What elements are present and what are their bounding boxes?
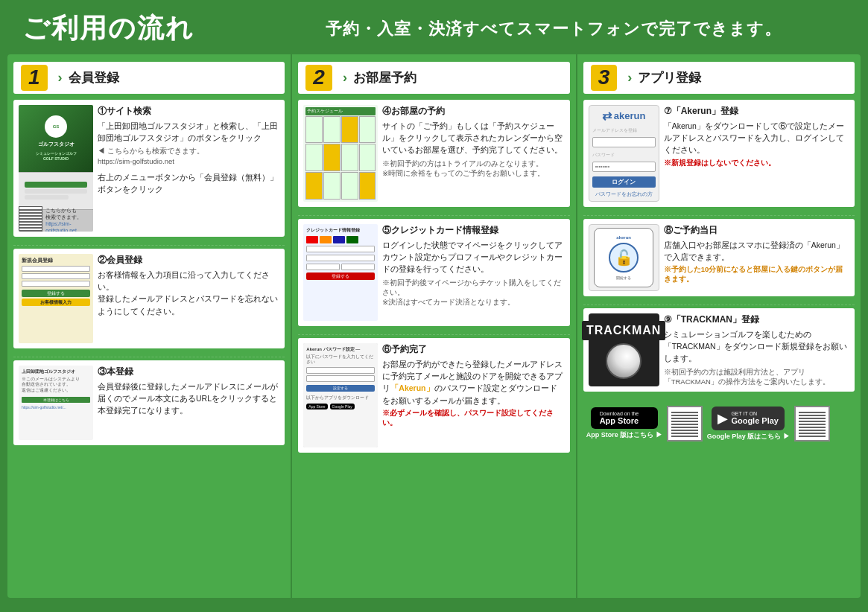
- golf-logo: GS: [45, 115, 67, 138]
- step-5-title: ⑤クレジットカード情報登録: [382, 224, 564, 237]
- step-1-body: 「上田卸団地ゴルフスタジオ」と検索し、「上田卸団地ゴルフスタジオ」のボタンをクリ…: [98, 120, 279, 144]
- playstore-btn[interactable]: ▶ GET IT ON Google Play: [712, 407, 785, 430]
- step-8-title: ⑧ご予約当日: [664, 224, 849, 237]
- col-1: 1 › 会員登録 GS ゴルフスタジオ シミュレーションゴルフGOLF STUD…: [7, 54, 292, 598]
- step-2-title: ②会員登録: [98, 254, 279, 267]
- appstore-top-text: Download on the: [600, 411, 639, 416]
- play-icon: ▶: [717, 410, 728, 427]
- appstore-btn[interactable]: Download on the App Store: [591, 407, 658, 429]
- step-4-title: ④お部屋の予約: [382, 105, 564, 118]
- section-3-header: 3 › アプリ登録: [583, 62, 855, 94]
- step-1-row: GS ゴルフスタジオ シミュレーションゴルフGOLF STUDIO こちらからも…: [13, 100, 285, 237]
- step-7-image: ⇄ akerun メールアドレスを登録 パスワード •••••••• ログイン …: [589, 105, 659, 202]
- step-1-image: GS ゴルフスタジオ シミュレーションゴルフGOLF STUDIO こちらからも…: [19, 105, 93, 232]
- trackman-logo: TRACKMAN: [582, 321, 665, 340]
- akerun-password-field[interactable]: ••••••••: [592, 162, 656, 172]
- step-8-body: 店舗入口やお部屋はスマホに登録済の「Akerun」で入店できます。: [664, 239, 849, 264]
- col-3: 3 › アプリ登録 ⇄ akerun メールアドレスを登録 パスワード ••••…: [577, 54, 861, 598]
- step-8-content: ⑧ご予約当日 店舗入口やお部屋はスマホに登録済の「Akerun」で入店できます。…: [664, 224, 849, 291]
- chevron-right-3: ›: [627, 70, 632, 86]
- appstore-badge-group: Download on the App Store App Store 版はこち…: [586, 407, 662, 440]
- step-2-row: 新規会員登録 登録する お客様情報入力 ②会員登録 お客様情報を入力項目に沿って…: [13, 249, 285, 348]
- step-4-image: 予約スケジュール: [303, 105, 378, 202]
- col-2: 2 › お部屋予約 予約スケジュール: [292, 54, 577, 598]
- step-1-content: ①サイト検索 「上田卸団地ゴルフスタジオ」と検索し、「上田卸団地ゴルフスタジオ」…: [98, 105, 279, 232]
- step-1-note: ◀ こちらからも検索できます。https://sim-golfstudio.ne…: [98, 146, 279, 166]
- step-5-image: クレジットカード情報登録 登録する: [303, 224, 378, 321]
- akerun-logo-row: ⇄ akerun: [602, 109, 646, 123]
- chevron-right-1: ›: [58, 70, 63, 86]
- step-7-content: ⑦「Akerun」登録 「Akerun」をダウンロードして⑥で設定したメールアド…: [664, 105, 849, 202]
- section-3-num: 3: [591, 65, 618, 91]
- step-6-title: ⑥予約完了: [382, 343, 564, 356]
- step-6-note-red: ※必ずメールを確認し、パスワード設定してください。: [382, 409, 564, 428]
- step-7-title: ⑦「Akerun」登録: [664, 105, 849, 118]
- step-8-image: akerun 🔓 開錠する: [589, 224, 659, 291]
- step-4-note: ※初回予約の方は1トライアルのみとなります。※時間に余裕をもってのご予約をお願い…: [382, 159, 564, 179]
- appstore-label: App Store 版はこちら ▶: [586, 430, 662, 440]
- step-3-title: ③本登録: [98, 366, 279, 378]
- step-6-image: Akerun パスワード設定 — 以下にパスワードを入力してください 設定する …: [303, 343, 378, 447]
- section-1-num: 1: [21, 65, 48, 91]
- divider-6: [583, 305, 855, 305]
- step-3-content: ③本登録 会員登録後に登録したメールアドレスにメールが届くのでメール本文にあるU…: [98, 366, 279, 440]
- header-subtitle: 予約・入室・決済すべてスマートフォンで完了できます。: [261, 18, 846, 40]
- main-area: 1 › 会員登録 GS ゴルフスタジオ シミュレーションゴルフGOLF STUD…: [7, 54, 861, 598]
- divider-2: [13, 357, 285, 357]
- divider-5: [583, 215, 855, 216]
- step-4-row: 予約スケジュール: [298, 100, 569, 207]
- section-1-label: 会員登録: [69, 69, 119, 86]
- step-3-row: 上田卸団地ゴルフスタジオ ※このメールはシステムより自動送信されています。返信は…: [13, 360, 285, 445]
- section-2-header: 2 › お部屋予約: [298, 62, 569, 94]
- step-2-body: お客様情報を入力項目に沿って入力してください。登録したメールアドレスとパスワード…: [98, 269, 279, 317]
- step-9-row: TRACKMAN ⑨「TRACKMAN」登録 シミュレーションゴルフを楽しむため…: [583, 308, 855, 392]
- section-2-num: 2: [305, 65, 332, 91]
- step-9-note: ※初回予約の方は施設利用方法と、アプリ「TRACKMAN」の操作方法をご案内いた…: [664, 367, 849, 387]
- step-8-row: akerun 🔓 開錠する ⑧ご予約当日 店舗入口やお部屋はスマホに登録済の「A…: [583, 219, 855, 296]
- step-4-content: ④お部屋の予約 サイトの「ご予約」もしくは「予約スケジュール」をクリックして表示…: [382, 105, 564, 202]
- step-1-note2: 右上のメニューボタンから「会員登録（無料）」ボタンをクリック: [98, 171, 279, 196]
- step-9-body: シミュレーションゴルフを楽しむための「TRACKMAN」をダウンロード新規登録を…: [664, 328, 849, 365]
- section-1-header: 1 › 会員登録: [13, 62, 285, 94]
- section-2-label: お部屋予約: [353, 69, 416, 86]
- step-9-content: ⑨「TRACKMAN」登録 シミュレーションゴルフを楽しむための「TRACKMA…: [664, 313, 849, 386]
- step-7-row: ⇄ akerun メールアドレスを登録 パスワード •••••••• ログイン …: [583, 100, 855, 207]
- step-9-image: TRACKMAN: [589, 313, 659, 386]
- appstore-name: App Store: [600, 416, 639, 425]
- section-3-label: アプリ登録: [638, 69, 701, 86]
- step-3-body: 会員登録後に登録したメールアドレスにメールが届くのでメール本文にあるURLをクリ…: [98, 380, 279, 417]
- app-badges-area: Download on the App Store App Store 版はこち…: [583, 403, 855, 442]
- step-9-title: ⑨「TRACKMAN」登録: [664, 313, 849, 326]
- step-5-note: ※初回予約後マイページからチケット購入をしてください。※決済はすべてカード決済と…: [382, 278, 564, 307]
- divider-3: [298, 215, 569, 216]
- step-5-row: クレジットカード情報登録 登録する: [298, 219, 569, 326]
- appstore-qr: [667, 406, 703, 442]
- step-2-content: ②会員登録 お客様情報を入力項目に沿って入力してください。登録したメールアドレス…: [98, 254, 279, 343]
- akerun-forgot-link[interactable]: パスワードをお忘れの方: [595, 191, 653, 198]
- step-7-body: 「Akerun」をダウンロードして⑥で設定したメールアドレスとパスワードを入力し…: [664, 120, 849, 156]
- divider-4: [298, 334, 569, 335]
- divider-1: [13, 245, 285, 246]
- step-7-note-red: ※新規登録はしないでください。: [664, 159, 849, 168]
- step-6-body: お部屋の予約ができたら登録したメールアドレスに予約完了メールと施設のドアを開錠で…: [382, 358, 564, 407]
- playstore-name: Google Play: [731, 416, 779, 425]
- page-title: ご利用の流れ: [22, 10, 261, 47]
- step-1-title: ①サイト検索: [98, 105, 279, 118]
- step-2-image: 新規会員登録 登録する お客様情報入力: [19, 254, 93, 343]
- header: ご利用の流れ 予約・入室・決済すべてスマートフォンで完了できます。: [0, 0, 868, 54]
- step-5-content: ⑤クレジットカード情報登録 ログインした状態でマイページをクリックしてアカウント…: [382, 224, 564, 321]
- playstore-badge-group: ▶ GET IT ON Google Play Google Play 版はこち…: [707, 407, 790, 442]
- playstore-top-text: GET IT ON: [731, 411, 779, 416]
- akerun-icon: ⇄: [602, 109, 612, 123]
- playstore-qr: [794, 406, 830, 442]
- akerun-email-field[interactable]: [592, 137, 656, 147]
- qr-search: [19, 206, 42, 232]
- step-4-body: サイトの「ご予約」もしくは「予約スケジュール」をクリックして表示されたカレンダー…: [382, 120, 564, 156]
- akerun-login-btn[interactable]: ログイン: [592, 176, 656, 188]
- step-6-content: ⑥予約完了 お部屋の予約ができたら登録したメールアドレスに予約完了メールと施設の…: [382, 343, 564, 447]
- step-6-row: Akerun パスワード設定 — 以下にパスワードを入力してください 設定する …: [298, 338, 569, 453]
- step-3-image: 上田卸団地ゴルフスタジオ ※このメールはシステムより自動送信されています。返信は…: [19, 366, 93, 440]
- chevron-right-2: ›: [343, 70, 347, 86]
- step-8-note-yellow: ※予約した10分前になると部屋に入る鍵のボタンが届きます。: [664, 265, 849, 284]
- step-5-body: ログインした状態でマイページをクリックしてアカウント設定からプロフィールやクレジ…: [382, 239, 564, 275]
